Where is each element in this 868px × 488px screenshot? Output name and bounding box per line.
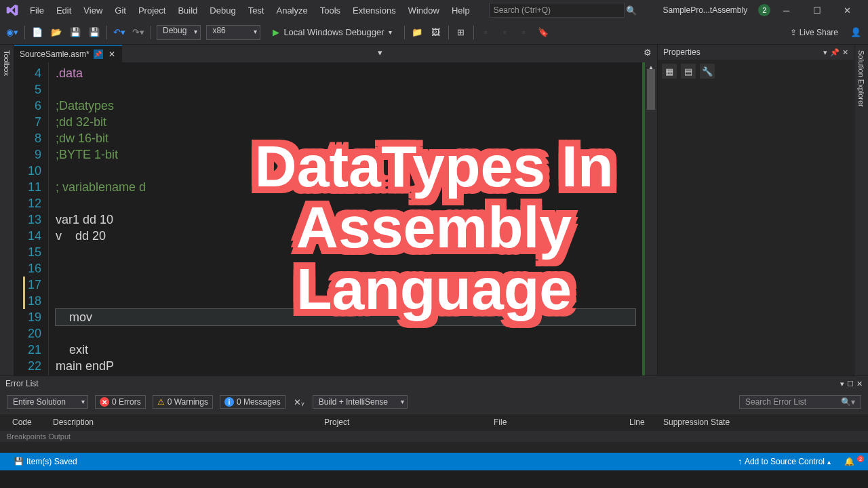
code-line[interactable]: ;dd 32-bit — [56, 114, 635, 130]
menu-debug[interactable]: Debug — [204, 3, 241, 18]
feedback-button[interactable]: 👤 — [849, 26, 863, 39]
live-share-button[interactable]: ⇪ Live Share — [785, 28, 844, 37]
open-button[interactable]: 📂 — [50, 26, 63, 39]
error-dropdown-icon[interactable]: ▾ — [840, 380, 844, 388]
code-line[interactable]: end main — [56, 374, 635, 375]
code-line[interactable] — [56, 260, 635, 277]
code-content[interactable]: .data ;Datatypes;dd 32-bit;dw 16-bit;BYT… — [49, 62, 642, 375]
toolbar-btn-2[interactable]: ▫ — [479, 26, 493, 39]
panel-pin-icon[interactable]: 📌 — [830, 48, 840, 57]
build-filter-button[interactable]: ✕ᵧ — [292, 395, 306, 409]
toolbar: ◉▾ 📄 📂 💾 💾 ↶▾ ↷▾ Debug x86 ▶ Local Windo… — [0, 20, 868, 45]
error-close-icon[interactable]: ✕ — [856, 380, 863, 388]
menu-build[interactable]: Build — [172, 3, 203, 18]
undo-button[interactable]: ↶▾ — [113, 26, 126, 39]
build-select[interactable]: Build + IntelliSense — [313, 395, 408, 409]
code-line[interactable]: var1 dd 10 — [56, 211, 635, 228]
panel-close-icon[interactable]: ✕ — [842, 48, 848, 57]
column-header[interactable]: Project — [319, 416, 488, 428]
source-control-button[interactable]: ↑ Add to Source Control ▴ — [731, 457, 837, 466]
maximize-button[interactable]: ☐ — [802, 0, 832, 20]
menu-git[interactable]: Git — [109, 3, 132, 18]
tab-pin-button[interactable]: 📌 — [94, 49, 103, 59]
menu-test[interactable]: Test — [243, 3, 270, 18]
toolbar-btn-4[interactable]: ▫ — [517, 26, 531, 39]
changes-badge[interactable]: 2 — [758, 4, 770, 16]
menu-tools[interactable]: Tools — [315, 3, 346, 18]
code-line[interactable] — [56, 81, 635, 98]
minimize-button[interactable]: ─ — [771, 0, 802, 20]
code-line[interactable] — [56, 325, 635, 342]
menu-edit[interactable]: Edit — [51, 3, 77, 18]
menu-file[interactable]: File — [24, 3, 50, 18]
code-line[interactable]: ;BYTE 1-bit — [56, 146, 635, 163]
redo-button[interactable]: ↷▾ — [132, 26, 145, 39]
menu-help[interactable]: Help — [446, 3, 475, 18]
code-line[interactable] — [56, 293, 635, 309]
close-button[interactable]: ✕ — [832, 0, 863, 20]
platform-select[interactable]: x86 — [206, 25, 260, 40]
code-line[interactable]: ;Datatypes — [56, 98, 635, 114]
column-header[interactable]: Description — [47, 416, 319, 428]
code-line[interactable] — [56, 244, 635, 260]
menu-analyze[interactable]: Analyze — [271, 3, 313, 18]
errors-filter[interactable]: ✕ 0 Errors — [95, 395, 146, 409]
scroll-thumb[interactable] — [647, 69, 655, 110]
menu-extensions[interactable]: Extensions — [347, 3, 401, 18]
bottom-tabs[interactable]: Breakpoints Output — [0, 431, 868, 442]
bookmark-button[interactable]: 🔖 — [536, 26, 550, 39]
notifications-button[interactable]: 🔔 2 — [837, 457, 861, 466]
code-line[interactable] — [56, 195, 635, 211]
project-name: SamplePro...tAssembly — [657, 4, 753, 16]
scope-select[interactable]: Entire Solution — [7, 395, 88, 409]
status-saved[interactable]: 💾 Item(s) Saved — [7, 457, 84, 466]
save-all-button[interactable]: 💾 — [87, 26, 101, 39]
column-header[interactable]: File — [488, 416, 624, 428]
error-icon: ✕ — [100, 397, 109, 407]
column-header[interactable]: Code — [7, 416, 47, 428]
image-button[interactable]: 🖼 — [429, 26, 443, 39]
code-line[interactable] — [56, 277, 635, 293]
error-search-input[interactable]: Search Error List 🔍▾ — [739, 395, 861, 409]
code-line[interactable]: ;dw 16-bit — [56, 130, 635, 146]
config-select[interactable]: Debug — [157, 25, 201, 40]
start-debug-button[interactable]: ▶ Local Windows Debugger ▾ — [266, 24, 398, 41]
category-view-button[interactable]: ▦ — [662, 64, 677, 79]
back-button[interactable]: ◉▾ — [5, 26, 19, 39]
share-icon: ⇪ — [790, 28, 797, 37]
warnings-filter[interactable]: ⚠ 0 Warnings — [153, 395, 213, 409]
code-line[interactable]: main endP — [56, 358, 635, 374]
alpha-view-button[interactable]: ▤ — [681, 64, 696, 79]
panel-dropdown-icon[interactable]: ▾ — [823, 48, 827, 57]
error-window-icon[interactable]: ☐ — [847, 380, 854, 388]
menu-view[interactable]: View — [78, 3, 108, 18]
toolbar-btn-3[interactable]: ▫ — [498, 26, 512, 39]
menu-project[interactable]: Project — [133, 3, 171, 18]
save-button[interactable]: 💾 — [68, 26, 82, 39]
tab-dropdown-button[interactable]: ▾ — [372, 45, 388, 62]
document-tabs: SourceSamle.asm* 📌 ✕ ▾ ⚙ — [14, 45, 657, 62]
search-input[interactable]: Search (Ctrl+Q) — [489, 3, 625, 18]
tab-settings-button[interactable]: ⚙ — [638, 45, 657, 62]
column-header[interactable]: Suppression State — [658, 416, 760, 428]
props-tool-button[interactable]: 🔧 — [700, 64, 715, 79]
menu-window[interactable]: Window — [403, 3, 445, 18]
toolbox-tab[interactable]: Toolbox — [0, 45, 14, 375]
code-line[interactable]: ; variablename d — [56, 179, 635, 195]
tab-active[interactable]: SourceSamle.asm* 📌 ✕ — [14, 45, 122, 62]
browse-button[interactable]: 📁 — [410, 26, 424, 39]
vertical-scrollbar[interactable]: ▲ — [645, 62, 657, 375]
messages-filter[interactable]: i 0 Messages — [220, 395, 285, 409]
code-line[interactable] — [56, 163, 635, 179]
code-line[interactable]: mov — [56, 309, 635, 325]
code-line[interactable]: exit — [56, 342, 635, 358]
column-header[interactable]: Line — [624, 416, 658, 428]
new-item-button[interactable]: 📄 — [31, 26, 44, 39]
code-line[interactable]: v dd 20 — [56, 228, 635, 244]
code-editor[interactable]: 4567891011121314151617181920212223 .data… — [14, 62, 657, 375]
toolbar-btn-1[interactable]: ⊞ — [454, 26, 468, 39]
search-icon[interactable]: 🔍 — [625, 3, 638, 17]
solution-explorer-tab[interactable]: Solution Explorer — [854, 45, 868, 375]
code-line[interactable]: .data — [56, 65, 635, 81]
tab-close-button[interactable]: ✕ — [107, 49, 117, 59]
